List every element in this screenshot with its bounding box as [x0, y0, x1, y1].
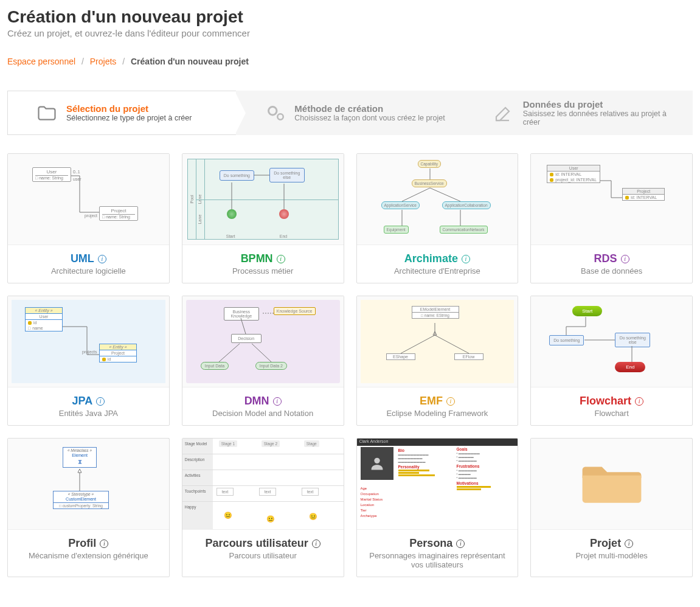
card-uml-preview: User □ name: String Project □ name: Stri… [8, 154, 169, 245]
folder-large-icon [578, 460, 645, 508]
card-jpa-preview: « Entity » User id □ name « Entity » Pro… [8, 296, 169, 387]
wizard: Sélection du projet Sélectionnez le type… [7, 91, 693, 135]
card-bpmn-desc: Processus métier [190, 266, 336, 276]
info-icon[interactable]: i [462, 255, 470, 263]
card-persona-desc: Personnages imaginaires représentant vos… [364, 551, 511, 569]
card-parcours-desc: Parcours utilisateur [190, 551, 336, 560]
wizard-step-2-sub: Choisissez la façon dont vous créez le p… [294, 114, 445, 122]
card-bpmn-preview: Pool Lane Lane Do something Do something… [182, 154, 344, 245]
wizard-step-2-title: Méthode de création [294, 103, 445, 114]
info-icon[interactable]: i [625, 539, 633, 548]
card-persona-preview: Clark Anderson Bio ▬▬▬▬▬▬▬▬▬▬▬▬▬▬▬▬▬▬▬▬▬… [357, 439, 518, 530]
breadcrumb-projects[interactable]: Projets [90, 57, 117, 66]
card-persona-title: Personai [409, 537, 465, 550]
breadcrumb-sep: / [81, 57, 84, 66]
card-archimate-preview: Capability BusinessService ApplicationSe… [357, 154, 518, 245]
info-icon[interactable]: i [273, 397, 282, 406]
card-flowchart-title: Flowcharti [580, 395, 643, 408]
card-profil-preview: « Metaclass » Element ⧗ « Stereotype » C… [8, 439, 169, 530]
info-icon[interactable]: i [456, 539, 465, 548]
card-bpmn-title: BPMNi [241, 252, 285, 265]
svg-line-10 [401, 335, 435, 353]
info-icon[interactable]: i [621, 255, 629, 263]
info-icon[interactable]: i [635, 397, 643, 406]
info-icon[interactable]: i [100, 539, 108, 548]
folder-icon [36, 102, 58, 124]
card-parcours[interactable]: Stage Model Stage 1 Stage 2 Stage Descri… [182, 438, 344, 577]
card-uml-desc: Architecture logicielle [15, 266, 162, 276]
info-icon[interactable]: i [277, 255, 285, 263]
card-projet-desc: Projet multi-modèles [538, 551, 685, 560]
card-dmn-title: DMNi [244, 395, 282, 408]
breadcrumb-home[interactable]: Espace personnel [7, 57, 75, 66]
card-rds-desc: Base de données [538, 266, 685, 276]
card-dmn[interactable]: Business Knowledge Knowledge Source Deci… [182, 296, 344, 426]
card-rds-title: RDSi [594, 252, 629, 265]
wizard-step-3[interactable]: Données du projet Saisissez les données … [465, 91, 693, 135]
card-jpa[interactable]: « Entity » User id □ name « Entity » Pro… [7, 296, 170, 426]
wizard-step-1-sub: Sélectionnez le type de projet à créer [66, 114, 192, 122]
svg-line-11 [435, 335, 469, 353]
card-profil-desc: Mécanisme d'extension générique [15, 551, 162, 560]
info-icon[interactable]: i [98, 255, 106, 263]
card-projet-preview [531, 439, 692, 530]
card-persona[interactable]: Clark Anderson Bio ▬▬▬▬▬▬▬▬▬▬▬▬▬▬▬▬▬▬▬▬▬… [356, 438, 519, 577]
svg-line-7 [219, 344, 240, 362]
card-projet[interactable]: Projeti Projet multi-modèles [530, 438, 693, 577]
svg-line-2 [430, 188, 460, 201]
card-dmn-preview: Business Knowledge Knowledge Source Deci… [182, 296, 344, 387]
card-archimate-title: Archimatei [404, 252, 470, 265]
breadcrumb-current: Création d'un nouveau projet [131, 57, 249, 66]
svg-point-13 [374, 458, 379, 463]
project-type-grid: User □ name: String Project □ name: Stri… [7, 153, 693, 577]
wizard-step-3-sub: Saisissez les données relatives au proje… [523, 109, 681, 127]
card-flowchart-desc: Flowchart [538, 409, 685, 418]
wizard-step-3-title: Données du projet [523, 99, 681, 109]
wizard-step-1-title: Sélection du projet [66, 103, 192, 114]
card-uml[interactable]: User □ name: String Project □ name: Stri… [7, 153, 170, 283]
card-parcours-preview: Stage Model Stage 1 Stage 2 Stage Descri… [182, 439, 344, 530]
card-uml-title: UMLi [71, 252, 106, 265]
card-profil[interactable]: « Metaclass » Element ⧗ « Stereotype » C… [7, 438, 170, 577]
breadcrumb-sep: / [122, 57, 125, 66]
card-jpa-desc: Entités Java JPA [15, 409, 162, 418]
card-rds-preview: User id: INTERVAL project_id: INTERVAL P… [531, 154, 692, 245]
card-parcours-title: Parcours utilisateuri [206, 537, 321, 550]
card-profil-title: Profili [68, 537, 108, 550]
card-projet-title: Projeti [590, 537, 633, 550]
page-subtitle: Créez un projet, et ouvrez-le dans l'édi… [7, 28, 693, 38]
card-dmn-desc: Decision Model and Notation [190, 409, 336, 418]
svg-line-8 [252, 344, 271, 362]
svg-line-1 [402, 188, 430, 201]
info-icon[interactable]: i [312, 539, 321, 548]
card-emf[interactable]: EModelElement □ name: EString EShape EFl… [356, 296, 519, 426]
edit-icon [493, 102, 515, 124]
card-flowchart-preview: Start Do something Do something else End [531, 296, 692, 387]
card-jpa-title: JPAi [72, 395, 105, 408]
svg-line-5 [241, 318, 246, 334]
breadcrumb: Espace personnel / Projets / Création d'… [7, 50, 693, 72]
page-title: Création d'un nouveau projet [7, 7, 693, 27]
card-emf-preview: EModelElement □ name: EString EShape EFl… [357, 296, 518, 387]
card-bpmn[interactable]: Pool Lane Lane Do something Do something… [182, 153, 344, 283]
card-archimate[interactable]: Capability BusinessService ApplicationSe… [356, 153, 519, 283]
info-icon[interactable]: i [446, 397, 455, 406]
card-rds[interactable]: User id: INTERVAL project_id: INTERVAL P… [530, 153, 693, 283]
card-archimate-desc: Architecture d'Entreprise [364, 266, 511, 276]
card-flowchart[interactable]: Start Do something Do something else End… [530, 296, 693, 426]
card-emf-desc: Eclipse Modeling Framework [364, 409, 511, 418]
card-emf-title: EMFi [420, 395, 455, 408]
wizard-step-2[interactable]: Méthode de création Choisissez la façon … [236, 91, 464, 135]
info-icon[interactable]: i [96, 397, 105, 406]
gears-icon [264, 102, 286, 124]
wizard-step-1[interactable]: Sélection du projet Sélectionnez le type… [7, 91, 236, 135]
